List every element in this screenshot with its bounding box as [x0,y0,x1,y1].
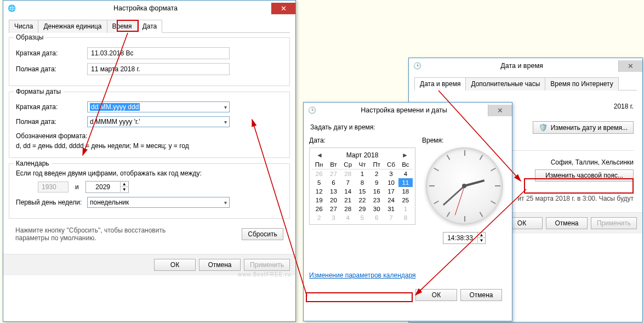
calendar-day[interactable]: 8 [398,213,413,222]
calendar-day[interactable]: 6 [369,213,384,222]
legend-formats: Форматы даты [14,88,63,95]
calendar-day[interactable]: 25 [398,196,413,205]
calendar-day[interactable]: 26 [312,169,326,179]
next-month-icon[interactable]: ► [400,151,411,159]
calendar-day[interactable]: 12 [312,187,326,196]
year-to-input[interactable] [86,182,120,192]
chevron-down-icon: ▾ [224,119,227,125]
ok-button[interactable]: ОК [154,259,196,271]
cancel-button[interactable]: Отмена [460,289,502,301]
calendar-day[interactable]: 14 [341,187,355,196]
clock-tick-icon [429,185,435,186]
calendar-day[interactable]: 27 [326,205,340,213]
calendar-day[interactable]: 18 [398,187,413,196]
format-hint-label: Обозначения формата: [16,131,283,141]
calendar-settings-link[interactable]: Изменение параметров календаря [309,271,416,279]
calendar-day[interactable]: 10 [384,178,398,187]
calendar-day[interactable]: 5 [312,178,326,187]
first-day-value: понедельник [90,199,129,206]
shield-icon: 🛡️ [539,123,548,132]
calendar-day[interactable]: 23 [369,196,384,205]
first-day-combo[interactable]: понедельник ▾ [87,197,230,208]
calendar-day[interactable]: 8 [355,178,369,187]
calendar-day[interactable]: 3 [326,213,340,222]
clock-icon: 🕒 [412,61,422,71]
calendar-day[interactable]: 11 [398,178,413,187]
calendar-day[interactable]: 2 [369,169,384,179]
short-date-format-combo[interactable]: dd.MM.yyyy ddd ▾ [87,101,230,112]
long-date-sample-value: 11 марта 2018 г. [87,63,230,75]
calendar-day[interactable]: 6 [326,178,340,187]
tab-internet-time[interactable]: Время по Интернету [545,77,618,90]
short-date-sample-value: 11.03.2018 Вс [87,47,230,59]
time-spinner[interactable]: ▲▼ [443,232,486,244]
calendar-day[interactable]: 7 [384,213,398,222]
window-title: Настройка формата [20,4,271,12]
calendar-day[interactable]: 15 [355,187,369,196]
year-to-spinner[interactable]: ▲▼ [86,181,129,193]
calendar-day[interactable]: 28 [341,205,355,213]
calendar-day[interactable]: 20 [326,196,340,205]
calendar-day[interactable]: 13 [326,187,340,196]
calendar-day[interactable]: 7 [341,178,355,187]
spin-up-icon[interactable]: ▲ [120,182,128,187]
calendar-day[interactable]: 24 [384,196,398,205]
calendar[interactable]: ◄ Март 2018 ► ПнВтСрЧтПтСбВс 26272812345… [309,148,415,225]
tab-additional-clocks[interactable]: Дополнительные часы [465,77,545,90]
tab-time[interactable]: Время [107,20,138,33]
long-date-format-combo[interactable]: d MMMM yyyy 'г.' ▾ [87,116,230,127]
spin-up-icon[interactable]: ▲ [477,233,486,238]
clock-tick-icon [495,185,500,186]
calendar-day[interactable]: 30 [369,205,384,213]
tab-numbers[interactable]: Числа [9,20,38,33]
tab-datetime[interactable]: Дата и время [414,77,466,90]
close-button[interactable]: ✕ [271,3,295,14]
calendar-day[interactable]: 3 [384,169,398,179]
set-date-time-label: Задать дату и время: [309,121,506,137]
calendar-day[interactable]: 5 [355,213,369,222]
titlebar[interactable]: 🌐 Настройка формата ✕ [3,1,295,16]
close-button[interactable]: ✕ [618,60,642,72]
cancel-button[interactable]: Отмена [199,259,241,271]
long-date-sample-label: Полная дата: [16,65,87,73]
spin-down-icon[interactable]: ▼ [120,187,128,192]
cancel-button[interactable]: Отмена [546,217,588,229]
calendar-day[interactable]: 4 [398,169,413,179]
calendar-day[interactable]: 21 [341,196,355,205]
tab-date[interactable]: Дата [137,20,163,33]
calendar-day[interactable]: 17 [384,187,398,196]
titlebar[interactable]: 🕒 Настройка времени и даты ✕ [304,103,512,118]
calendar-day[interactable]: 2 [312,213,326,222]
calendar-day[interactable]: 29 [355,205,369,213]
calendar-day[interactable]: 22 [355,196,369,205]
prev-month-icon[interactable]: ◄ [314,151,325,159]
reset-button[interactable]: Сбросить [242,228,283,240]
spin-down-icon[interactable]: ▼ [477,238,486,243]
chevron-down-icon: ▾ [224,200,227,206]
globe-icon: 🌐 [7,3,16,13]
change-timezone-button[interactable]: Изменить часовой пояс... [535,169,634,182]
clock-icon: 🕒 [307,105,317,115]
calendar-day[interactable]: 4 [341,213,355,222]
calendar-day[interactable]: 19 [312,196,326,205]
year-from-input: 1930 [38,182,69,192]
calendar-day[interactable]: 16 [369,187,384,196]
calendar-day[interactable]: 9 [369,178,384,187]
calendar-day[interactable]: 26 [312,205,326,213]
ok-button[interactable]: ОК [415,289,457,301]
calendar-day[interactable]: 31 [384,205,398,213]
titlebar[interactable]: 🕒 Дата и время ✕ [409,58,642,73]
calendar-dow: Ср [341,160,355,169]
calendar-day[interactable]: 28 [341,169,355,179]
clock-tick-icon [464,216,465,222]
calendar-dow: Чт [355,160,369,169]
calendar-day[interactable]: 1 [398,205,413,213]
apply-button: Применить [591,217,637,229]
long-date-format-value: d MMMM yyyy 'г.' [90,118,140,126]
change-date-time-button[interactable]: 🛡️ Изменить дату и время... [533,121,634,134]
time-input[interactable] [443,233,477,243]
calendar-day[interactable]: 27 [326,169,340,179]
tab-currency[interactable]: Денежная единица [38,20,107,33]
close-button[interactable]: ✕ [488,105,512,116]
calendar-day[interactable]: 1 [355,169,369,179]
